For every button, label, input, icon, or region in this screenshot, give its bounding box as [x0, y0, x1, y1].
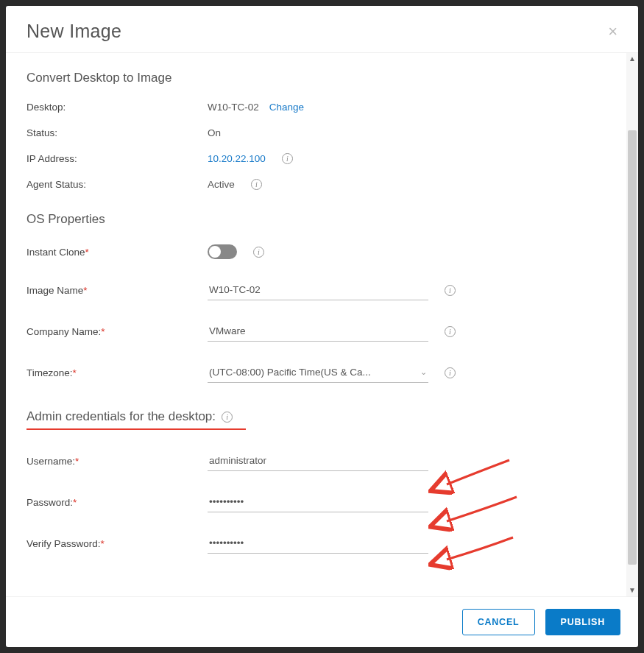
change-link[interactable]: Change — [269, 102, 304, 113]
cancel-button[interactable]: CANCEL — [462, 609, 535, 635]
label-desktop: Desktop: — [26, 102, 208, 113]
instant-clone-toggle[interactable] — [208, 244, 237, 259]
label-timezone: Timezone:* — [26, 367, 208, 378]
row-desktop: Desktop: W10-TC-02 Change — [26, 102, 606, 113]
row-instant-clone: Instant Clone* i — [26, 244, 606, 259]
info-icon[interactable]: i — [445, 285, 456, 296]
row-company-name: Company Name:* i — [26, 321, 606, 342]
row-password: Password:* — [26, 492, 606, 512]
timezone-select[interactable]: (UTC-08:00) Pacific Time(US & Ca... ⌄ — [208, 362, 428, 383]
label-verify-password: Verify Password:* — [26, 538, 208, 549]
label-password: Password:* — [26, 497, 208, 508]
scrollbar[interactable]: ▲ ▼ — [626, 53, 638, 596]
dialog-body: Convert Desktop to Image Desktop: W10-TC… — [6, 53, 626, 596]
dialog-body-wrap: Convert Desktop to Image Desktop: W10-TC… — [6, 52, 638, 596]
publish-button[interactable]: PUBLISH — [545, 609, 620, 635]
info-icon[interactable]: i — [445, 326, 456, 337]
dialog-header: New Image × — [6, 6, 638, 52]
username-field[interactable] — [208, 451, 428, 471]
section-convert-heading: Convert Desktop to Image — [26, 71, 606, 85]
label-company-name: Company Name:* — [26, 326, 208, 337]
dialog-footer: CANCEL PUBLISH — [6, 596, 638, 647]
row-status: Status: On — [26, 127, 606, 138]
section-os-heading: OS Properties — [26, 212, 606, 227]
row-timezone: Timezone:* (UTC-08:00) Pacific Time(US &… — [26, 362, 606, 383]
row-image-name: Image Name* i — [26, 280, 606, 300]
new-image-dialog: New Image × Convert Desktop to Image Des… — [6, 6, 638, 647]
row-ip: IP Address: 10.20.22.100 i — [26, 153, 606, 164]
label-agent: Agent Status: — [26, 179, 208, 190]
value-agent: Active — [208, 179, 235, 190]
label-status: Status: — [26, 127, 208, 138]
company-name-field[interactable] — [208, 321, 428, 342]
image-name-field[interactable] — [208, 280, 428, 300]
section-admin-heading: Admin credentials for the desktop: — [26, 409, 216, 424]
verify-password-field[interactable] — [208, 533, 428, 554]
label-username: Username:* — [26, 456, 208, 467]
label-image-name: Image Name* — [26, 285, 208, 296]
info-icon[interactable]: i — [251, 179, 262, 190]
row-agent: Agent Status: Active i — [26, 179, 606, 190]
chevron-down-icon: ⌄ — [420, 367, 427, 377]
dialog-title: New Image — [26, 21, 121, 42]
timezone-value: (UTC-08:00) Pacific Time(US & Ca... — [209, 367, 371, 378]
value-desktop: W10-TC-02 — [208, 102, 259, 113]
scrollbar-thumb[interactable] — [628, 130, 637, 565]
annotation-arrows — [428, 456, 524, 582]
info-icon[interactable]: i — [222, 412, 233, 423]
password-field[interactable] — [208, 492, 428, 512]
info-icon[interactable]: i — [253, 247, 264, 258]
value-ip[interactable]: 10.20.22.100 — [208, 153, 266, 164]
row-verify-password: Verify Password:* — [26, 533, 606, 554]
scroll-up-icon[interactable]: ▲ — [626, 53, 638, 65]
close-icon[interactable]: × — [608, 24, 618, 40]
info-icon[interactable]: i — [282, 153, 293, 164]
admin-credentials-header: Admin credentials for the desktop: i — [26, 409, 606, 424]
scroll-down-icon[interactable]: ▼ — [626, 585, 638, 596]
row-username: Username:* — [26, 451, 606, 471]
label-instant-clone: Instant Clone* — [26, 247, 208, 258]
annotation-underline — [26, 428, 246, 430]
info-icon[interactable]: i — [445, 367, 456, 378]
value-status: On — [208, 127, 221, 138]
label-ip: IP Address: — [26, 153, 208, 164]
